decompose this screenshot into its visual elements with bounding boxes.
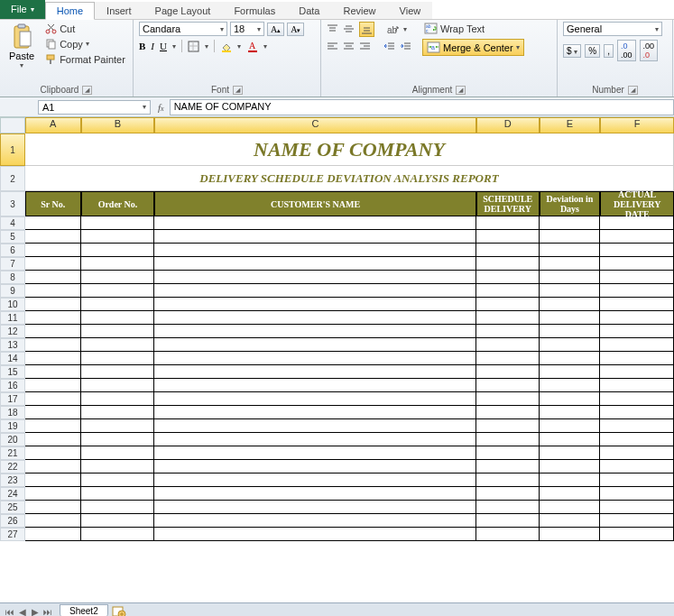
row-header[interactable]: 15 [0,365,25,379]
cell[interactable] [476,244,540,257]
cell[interactable] [81,352,155,365]
cell[interactable] [476,284,540,298]
cell[interactable] [600,514,674,528]
cell[interactable] [25,311,81,325]
cell[interactable] [25,460,81,473]
cell[interactable] [600,487,674,501]
dialog-launcher-icon[interactable]: ◢ [82,86,92,95]
table-header[interactable]: Sr No. [25,191,81,216]
cell[interactable] [81,379,155,392]
wrap-text-button[interactable]: abc Wrap Text [422,22,524,35]
row-header[interactable]: 1 [0,133,25,166]
cell[interactable] [540,446,601,460]
cell[interactable] [600,352,674,365]
col-header-C[interactable]: C [154,117,476,133]
percent-button[interactable]: % [585,44,600,58]
align-top-icon[interactable] [327,23,338,35]
cell[interactable] [540,379,601,392]
row-header[interactable]: 2 [0,166,25,191]
col-header-F[interactable]: F [600,117,674,133]
cell[interactable] [540,311,601,325]
underline-button[interactable]: U [160,41,167,51]
row-header[interactable]: 11 [0,311,25,325]
cell[interactable] [476,365,540,379]
formula-input[interactable]: NAME OF COMPANY [170,99,674,115]
bold-button[interactable]: B [139,41,145,51]
align-right-icon[interactable] [359,41,371,52]
cell[interactable] [540,406,601,419]
cell[interactable] [600,406,674,419]
row-header[interactable]: 21 [0,446,25,460]
cell[interactable] [476,325,540,338]
last-sheet-button[interactable]: ⏭ [42,607,54,617]
cell[interactable] [476,419,540,433]
row-header[interactable]: 10 [0,298,25,311]
cell[interactable] [540,528,601,541]
cell[interactable] [600,365,674,379]
increase-indent-button[interactable] [400,41,411,52]
cell[interactable] [154,528,476,541]
grow-font-button[interactable]: A▴ [267,23,284,36]
cell[interactable] [81,487,155,501]
align-middle-icon[interactable] [343,23,355,35]
cell[interactable] [540,257,601,271]
cell[interactable] [25,433,81,446]
row-header[interactable]: 27 [0,528,25,541]
cell[interactable] [600,298,674,311]
cell[interactable] [154,311,476,325]
cell[interactable] [154,338,476,352]
merge-center-button[interactable]: a Merge & Center▾ [422,39,524,56]
table-header[interactable]: Deviation in Days [540,191,601,216]
row-header[interactable]: 18 [0,406,25,419]
cell[interactable] [600,446,674,460]
cell[interactable] [81,244,155,257]
paste-button[interactable]: Paste ▾ [5,22,38,71]
cell[interactable] [25,271,81,284]
sheet-tab[interactable]: Sheet2 [60,604,108,616]
row-header[interactable]: 3 [0,191,25,216]
cell[interactable] [81,311,155,325]
cell[interactable] [25,419,81,433]
font-size-combo[interactable]: 18▾ [230,22,264,36]
tab-formulas[interactable]: Formulas [222,2,287,19]
cell[interactable] [540,230,601,244]
row-header[interactable]: 23 [0,473,25,487]
cell[interactable] [540,216,601,230]
cell[interactable] [25,284,81,298]
font-color-button[interactable]: A [246,41,258,52]
cell[interactable] [476,446,540,460]
fill-color-button[interactable] [220,41,232,52]
cell[interactable] [81,338,155,352]
cell[interactable] [81,460,155,473]
cell[interactable] [600,460,674,473]
cell[interactable] [540,419,601,433]
italic-button[interactable]: I [151,41,154,51]
next-sheet-button[interactable]: ▶ [29,607,42,617]
cell[interactable] [154,271,476,284]
cell[interactable] [476,460,540,473]
prev-sheet-button[interactable]: ◀ [16,607,29,617]
cell[interactable] [81,257,155,271]
cell[interactable] [81,271,155,284]
cell[interactable] [154,325,476,338]
row-header[interactable]: 13 [0,338,25,352]
cell[interactable] [81,325,155,338]
cell[interactable] [154,216,476,230]
name-box[interactable]: A1▾ [38,100,151,115]
cell[interactable] [81,419,155,433]
cell[interactable] [540,284,601,298]
cell[interactable] [81,298,155,311]
col-header-D[interactable]: D [476,117,540,133]
col-header-E[interactable]: E [540,117,601,133]
cell[interactable] [600,433,674,446]
cell[interactable] [476,311,540,325]
row-header[interactable]: 4 [0,216,25,230]
cell[interactable] [476,338,540,352]
cell[interactable] [476,271,540,284]
table-header[interactable]: Order No. [81,191,155,216]
copy-button[interactable]: Copy▾ [43,37,127,51]
tab-view[interactable]: View [388,2,433,19]
row-header[interactable]: 17 [0,392,25,406]
cell[interactable] [476,392,540,406]
col-header-B[interactable]: B [81,117,155,133]
